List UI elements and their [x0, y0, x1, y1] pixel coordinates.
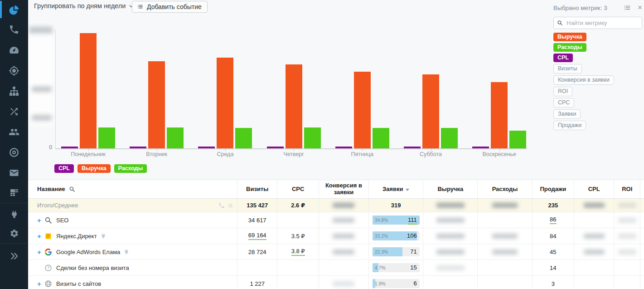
sidebar-item-target[interactable] — [0, 64, 28, 78]
bar-расходы — [441, 128, 458, 148]
blurred-value — [492, 234, 518, 239]
bar-выручка — [491, 82, 508, 148]
column-header-выручка[interactable]: Выручка — [423, 180, 478, 198]
blurred-value — [618, 218, 636, 223]
metric-tag-selected[interactable]: Расходы — [553, 43, 586, 52]
column-header-name[interactable]: Название — [28, 180, 237, 198]
blurred-value — [436, 265, 465, 270]
channel-name-cell[interactable]: +Google AdWords Елама — [28, 244, 237, 260]
sidebar-item-email[interactable] — [0, 166, 28, 180]
table-cell: 3 — [533, 276, 574, 289]
leads-share-percent: 1.9% — [375, 281, 386, 286]
channel-name: Google AdWords Елама — [56, 249, 120, 255]
x-axis-label: Вторник — [123, 151, 191, 157]
blurred-value — [492, 250, 518, 255]
column-header-cpc[interactable]: CPC — [277, 180, 319, 198]
plug-icon — [10, 210, 19, 219]
table-cell — [423, 212, 478, 228]
table-cell — [478, 228, 532, 244]
metric-tag-selected[interactable]: CPL — [553, 54, 573, 62]
expand-button[interactable]: + — [37, 232, 44, 240]
table-cell — [478, 244, 532, 260]
metric-tag[interactable]: ROI — [553, 87, 572, 96]
bar-выручка — [286, 64, 302, 148]
metric-search[interactable] — [553, 17, 642, 29]
channel-name-cell[interactable]: +SEO — [28, 212, 237, 228]
bullseye-icon — [9, 147, 19, 158]
sidebar-item-audience[interactable] — [0, 125, 28, 139]
sidebar-item-reports[interactable] — [0, 186, 28, 200]
table-cell — [478, 212, 532, 228]
sitemap-icon — [9, 86, 19, 97]
bar-выручка — [422, 74, 439, 148]
column-header-конверсия-в-заявки[interactable]: Конверсия в заявки — [319, 180, 369, 198]
channels-table: НазваниеВизитыCPCКонверсия в заявкиЗаявк… — [28, 180, 644, 289]
channel-name-cell[interactable]: +Визиты с сайтов — [28, 276, 237, 289]
table-cell: 28 724 — [237, 244, 277, 260]
column-header-расходы[interactable]: Расходы — [478, 180, 532, 198]
filler-cell — [640, 228, 644, 244]
cell-value: 34 617 — [248, 217, 266, 224]
total-cell — [319, 199, 369, 212]
sidebar-item-analytics-logo[interactable] — [0, 3, 28, 17]
cell-value: 3.5 ₽ — [291, 233, 305, 240]
phone-icon — [9, 24, 19, 35]
metric-tag[interactable]: Конверсия в заявки — [553, 75, 614, 85]
cell-value: 86 — [550, 216, 556, 224]
table-cell — [319, 228, 369, 244]
sidebar-item-settings[interactable] — [0, 226, 28, 240]
table-cell — [277, 260, 319, 275]
sidebar-item-integrations[interactable] — [0, 207, 28, 221]
cell-value: 135 427 — [247, 202, 268, 209]
channel-name-cell[interactable]: ?Сделки без номера визита — [28, 260, 237, 275]
metric-tag[interactable]: CPC — [553, 98, 574, 108]
channel-name-cell[interactable]: +Яндекс.Директ — [28, 228, 237, 244]
metric-tag-selected[interactable]: Выручка — [553, 33, 586, 41]
expand-button[interactable]: + — [37, 280, 44, 288]
column-header-label: Расходы — [492, 186, 518, 193]
total-label: Итого/Среднее — [37, 202, 78, 209]
legend-tag[interactable]: Выручка — [77, 164, 111, 173]
expand-button[interactable]: + — [37, 216, 44, 224]
table-cell: 1.9%6 — [369, 276, 423, 289]
group-by-dropdown[interactable]: Группировать по дням недели — [34, 2, 134, 10]
add-event-label: Добавить событие — [147, 3, 202, 10]
metric-search-input[interactable] — [566, 19, 639, 27]
legend-tag[interactable]: CPL — [54, 164, 74, 173]
expand-button[interactable]: + — [37, 248, 44, 256]
shuffle-icon — [9, 106, 19, 117]
legend-tag[interactable]: Расходы — [114, 164, 147, 173]
table-row: +Визиты с сайтов1 2271.9%63 — [28, 276, 644, 289]
table-cell — [574, 260, 614, 275]
table-row: +Google AdWords Елама28 7243.8 ₽22.3%714… — [28, 244, 644, 260]
metric-tag[interactable]: Заявки — [553, 109, 581, 119]
column-header-визиты[interactable]: Визиты — [237, 180, 277, 198]
filler-cell — [640, 260, 644, 275]
y-axis-label-blurred — [32, 86, 52, 92]
leads-count: 15 — [410, 264, 416, 271]
column-header-roi[interactable]: ROI — [614, 180, 640, 198]
close-icon[interactable]: × — [638, 5, 642, 11]
add-event-button[interactable]: Добавить событие — [132, 1, 208, 13]
leads-share-percent: 22.3% — [375, 249, 388, 255]
sidebar-divider — [0, 203, 28, 203]
total-cell — [574, 199, 614, 212]
sidebar-item-calls[interactable] — [0, 23, 28, 36]
sidebar-item-structure[interactable] — [0, 84, 28, 98]
column-header-cpl[interactable]: CPL — [574, 180, 614, 198]
leads-share-bar: 1.9%6 — [373, 279, 420, 288]
metric-tag[interactable]: Визиты — [553, 64, 582, 73]
metric-tag[interactable]: Продажи — [553, 121, 586, 130]
sidebar-item-goals[interactable] — [0, 146, 28, 159]
globe-icon — [44, 280, 52, 288]
column-header-заявки[interactable]: Заявки — [369, 180, 423, 198]
sidebar-item-collapse[interactable] — [0, 249, 28, 263]
blurred-value — [333, 234, 354, 239]
x-axis-label: Четверг — [260, 151, 328, 157]
column-header-продажи[interactable]: Продажи — [533, 180, 574, 198]
sidebar-item-dashboard[interactable] — [0, 43, 28, 57]
bar-расходы — [304, 127, 321, 148]
list-icon[interactable] — [623, 4, 631, 12]
bar-расходы — [98, 127, 115, 148]
sidebar-item-traffic[interactable] — [0, 105, 28, 118]
